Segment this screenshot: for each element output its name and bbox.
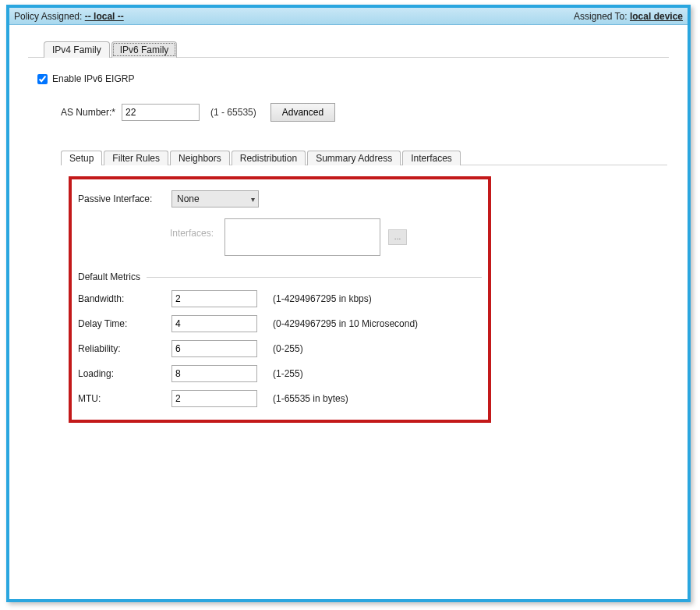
outer-tabs: IPv4 Family IPv6 Family [44,39,669,58]
bandwidth-label: Bandwidth: [78,293,171,304]
highlight-box: Passive Interface: None ▾ Interfaces: ..… [69,176,491,423]
divider-line [147,277,482,278]
tab-setup[interactable]: Setup [61,151,102,165]
interfaces-label: Interfaces: [170,218,214,239]
bandwidth-range: (1-4294967295 in kbps) [273,293,372,304]
reliability-range: (0-255) [273,343,303,354]
policy-assigned-label: Policy Assigned: [14,11,82,22]
as-number-range: (1 - 65535) [210,107,256,118]
titlebar: Policy Assigned: -- local -- Assigned To… [9,8,688,25]
loading-label: Loading: [78,368,171,379]
mtu-range: (1-65535 in bytes) [273,393,348,404]
mtu-input[interactable] [171,390,257,407]
tab-summary-address[interactable]: Summary Address [307,151,401,165]
mtu-label: MTU: [78,393,171,404]
chevron-down-icon: ▾ [251,195,255,204]
reliability-label: Reliability: [78,343,171,354]
passive-interface-value: None [177,193,200,204]
inner-tabs: Setup Filter Rules Neighbors Redistribut… [61,148,667,165]
interfaces-listbox[interactable] [224,218,380,256]
reliability-input[interactable] [171,340,257,357]
assigned-to-link[interactable]: local device [630,11,683,22]
tab-ipv6-family[interactable]: IPv6 Family [111,41,178,58]
interfaces-browse-button[interactable]: ... [388,229,407,245]
tab-ipv4-family[interactable]: IPv4 Family [44,41,110,58]
loading-input[interactable] [171,365,257,382]
enable-ipv6-eigrp-checkbox[interactable] [37,74,48,84]
passive-interface-label: Passive Interface: [78,193,171,204]
enable-ipv6-eigrp-label: Enable IPv6 EIGRP [52,73,134,84]
assigned-to-label: Assigned To: [574,11,628,22]
bandwidth-input[interactable] [171,290,257,307]
delay-time-range: (0-4294967295 in 10 Microsecond) [273,318,418,329]
delay-time-input[interactable] [171,315,257,332]
advanced-button[interactable]: Advanced [270,103,335,122]
passive-interface-select[interactable]: None ▾ [171,190,259,207]
as-number-label: AS Number:* [61,107,115,118]
policy-assigned-link[interactable]: -- local -- [85,11,124,22]
tab-neighbors[interactable]: Neighbors [170,151,230,165]
ipv6-tab-content: Enable IPv6 EIGRP AS Number:* (1 - 65535… [28,57,669,434]
as-number-input[interactable] [122,104,200,121]
tab-interfaces[interactable]: Interfaces [402,151,461,165]
delay-time-label: Delay Time: [78,318,171,329]
window-frame: Policy Assigned: -- local -- Assigned To… [6,5,691,602]
body-area: IPv4 Family IPv6 Family Enable IPv6 EIGR… [9,25,688,599]
setup-tab-content: Passive Interface: None ▾ Interfaces: ..… [61,165,667,431]
loading-range: (1-255) [273,368,303,379]
default-metrics-section-label: Default Metrics [78,271,140,282]
tab-filter-rules[interactable]: Filter Rules [104,151,168,165]
tab-redistribution[interactable]: Redistribution [232,151,306,165]
